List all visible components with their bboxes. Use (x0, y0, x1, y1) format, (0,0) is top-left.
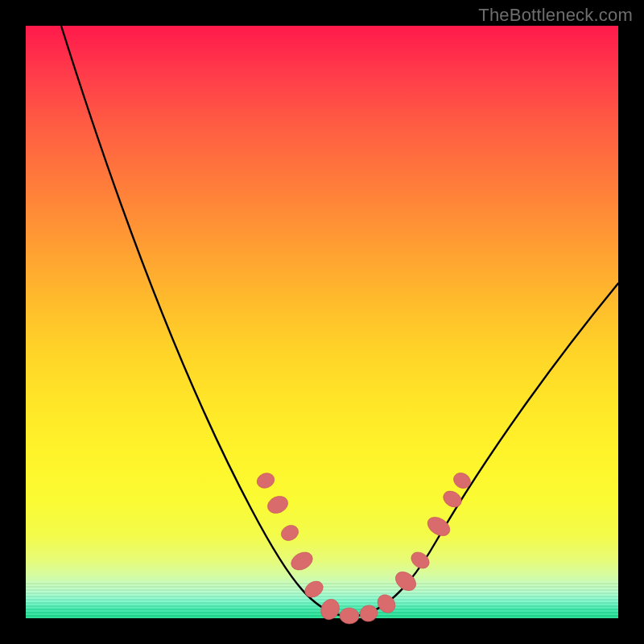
marker (288, 549, 316, 574)
marker (318, 597, 343, 623)
curve-svg (26, 26, 618, 618)
chart-frame: TheBottleneck.com (0, 0, 644, 644)
marker (265, 493, 291, 517)
marker (279, 522, 301, 543)
marker (440, 488, 464, 510)
bottleneck-curve (61, 26, 618, 617)
marker-group (254, 470, 473, 625)
marker (358, 603, 379, 623)
marker (302, 578, 326, 601)
marker (254, 471, 276, 491)
marker (451, 470, 473, 492)
marker (340, 608, 360, 625)
watermark-text: TheBottleneck.com (478, 5, 633, 26)
plot-area (26, 26, 618, 618)
